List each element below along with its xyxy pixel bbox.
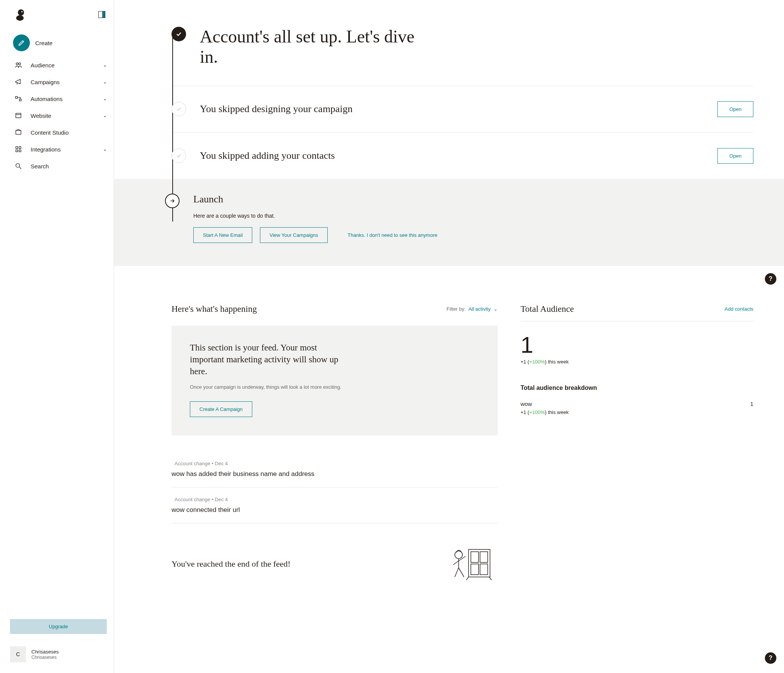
activity-item[interactable]: Account change • Dec 4 wow connected the… [172,487,498,523]
sidebar-item-website[interactable]: Website ⌄ [10,107,114,124]
feed-filter[interactable]: Filter by: All activity ⌄ [447,306,498,312]
start-email-button[interactable]: Start A New Email [193,227,252,243]
campaigns-icon [13,78,24,86]
step-campaign-title: You skipped designing your campaign [200,103,717,115]
svg-rect-6 [20,99,21,101]
sidebar-item-campaigns[interactable]: Campaigns ⌄ [10,73,114,90]
breakdown-count: 1 [750,401,753,407]
account-name: Chrisaseses [31,649,59,655]
help-button[interactable]: ? [765,652,776,664]
activity-meta: Account change • Dec 4 [172,497,498,502]
website-icon [13,111,24,120]
svg-rect-8 [16,130,21,134]
upgrade-button[interactable]: Upgrade [10,619,107,634]
sidebar-item-search[interactable]: Search [10,158,114,174]
open-campaign-button[interactable]: Open [717,101,753,117]
avatar: C [10,646,26,662]
filter-label: Filter by: [447,306,466,312]
svg-rect-16 [480,552,488,562]
breakdown-title: Total audience breakdown [521,385,753,391]
svg-point-2 [21,11,23,13]
svg-point-1 [16,15,24,21]
chevron-down-icon: ⌄ [493,306,498,312]
audience-delta: +1 (+100%) this week [521,359,753,365]
audience-title: Total Audience [521,304,574,314]
sidebar-item-label: Content Studio [31,129,69,136]
account-menu[interactable]: C Chrisaseses Chrisaseses [3,641,114,673]
content-studio-icon [13,128,24,137]
svg-rect-12 [19,150,21,152]
help-button[interactable]: ? [765,273,776,285]
svg-point-13 [16,163,20,167]
chevron-down-icon: ⌄ [103,79,107,85]
chevron-down-icon: ⌄ [103,62,107,68]
account-subtitle: Chrisaseses [31,655,59,660]
create-campaign-button[interactable]: Create A Campaign [190,401,252,417]
feed-end-text: You've reached the end of the feed! [172,559,429,569]
filter-value: All activity [469,306,491,312]
audience-total: 1 [521,334,753,357]
logo-icon[interactable] [13,8,27,21]
step-done-icon [172,27,186,41]
svg-point-4 [19,63,21,65]
step-launch-icon [165,194,180,208]
create-label: Create [35,40,52,46]
main-content: Account's all set up. Let's dive in. You… [114,0,784,673]
launch-title: Launch [193,194,761,205]
open-contacts-button[interactable]: Open [717,148,753,164]
breakdown-name[interactable]: wow [521,401,532,407]
setup-headline: Account's all set up. Let's dive in. [200,27,422,67]
integrations-icon [13,145,24,153]
activity-text: wow has added their business name and ad… [172,470,498,478]
activity-item[interactable]: Account change • Dec 4 wow has added the… [172,451,498,487]
sidebar-item-automations[interactable]: Automations ⌄ [10,90,114,107]
feed-heading: Here's what's happening [172,304,257,314]
chevron-down-icon: ⌄ [103,147,107,152]
svg-rect-18 [480,564,488,575]
svg-rect-14 [469,549,490,577]
sidebar: Create Audience ⌄ Campaigns ⌄ Automation… [0,0,114,673]
svg-point-3 [16,63,18,65]
sidebar-item-content-studio[interactable]: Content Studio [10,124,114,141]
automations-icon [13,95,24,103]
search-icon [13,162,24,170]
activity-meta: Account change • Dec 4 [172,461,498,466]
create-button[interactable]: Create [10,31,114,55]
sidebar-item-label: Automations [31,96,62,102]
activity-text: wow connected their url [172,506,498,514]
sidebar-item-label: Campaigns [31,79,60,85]
svg-rect-15 [471,552,479,562]
svg-rect-10 [19,147,21,148]
feed-intro-title: This section is your feed. Your most imp… [190,342,351,377]
sidebar-item-label: Audience [31,62,55,68]
step-skipped-icon [172,102,186,116]
feed-intro-card: This section is your feed. Your most imp… [172,326,498,436]
sidebar-item-label: Website [31,112,51,119]
svg-rect-11 [16,150,18,152]
step-skipped-icon [172,148,186,163]
launch-subtitle: Here are a couple ways to do that. [193,213,761,219]
sidebar-item-label: Search [31,163,49,169]
svg-rect-5 [16,96,18,98]
sidebar-item-label: Integrations [31,146,60,153]
svg-rect-9 [16,147,18,148]
door-illustration-icon [444,544,498,583]
chevron-down-icon: ⌄ [103,96,107,101]
add-contacts-link[interactable]: Add contacts [725,306,753,312]
pencil-icon [13,34,30,51]
audience-icon [13,61,24,69]
chevron-down-icon: ⌄ [103,113,107,118]
svg-rect-17 [471,564,479,575]
breakdown-delta: +1 (+100%) this week [521,409,753,415]
collapse-sidebar-button[interactable] [98,11,105,18]
feed-intro-sub: Once your campaign is underway, things w… [190,383,351,391]
sidebar-item-audience[interactable]: Audience ⌄ [10,57,114,73]
svg-rect-7 [16,113,21,118]
svg-point-0 [18,10,24,16]
step-contacts-title: You skipped adding your contacts [200,150,717,161]
sidebar-item-integrations[interactable]: Integrations ⌄ [10,141,114,158]
view-campaigns-button[interactable]: View Your Campaigns [260,227,328,243]
dismiss-setup-link[interactable]: Thanks. I don't need to see this anymore [348,232,437,238]
